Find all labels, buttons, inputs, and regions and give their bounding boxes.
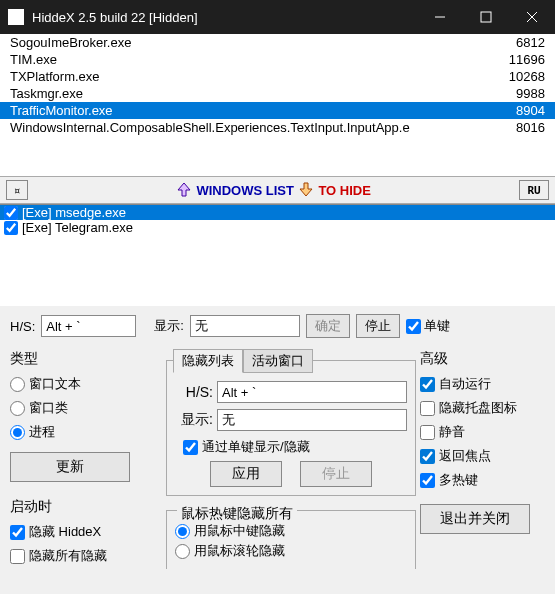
settings-panel: H/S: 显示: 确定 停止 单键 类型 窗口文本 窗口类 进程 更新 启动时 … (0, 306, 555, 569)
hide-row-checkbox[interactable] (4, 206, 18, 220)
to-hide-label: TO HIDE (318, 183, 371, 198)
autorun-checkbox[interactable]: 自动运行 (420, 374, 545, 394)
process-pid: 8904 (516, 103, 545, 118)
hide-row-label: [Exe] Telegram.exe (22, 220, 133, 235)
hide-tray-checkbox[interactable]: 隐藏托盘图标 (420, 398, 545, 418)
type-window-text[interactable]: 窗口文本 (10, 374, 162, 394)
process-row[interactable]: TIM.exe11696 (0, 51, 555, 68)
hs-input[interactable] (41, 315, 136, 337)
hide-row[interactable]: [Exe] msedge.exe (0, 205, 555, 220)
mouse-wheel-radio[interactable]: 用鼠标滚轮隐藏 (175, 541, 407, 561)
svg-rect-1 (481, 12, 491, 22)
hide-hiddex-checkbox[interactable]: 隐藏 HiddeX (10, 522, 162, 542)
process-name: TXPlatform.exe (10, 69, 100, 84)
process-name: SogouImeBroker.exe (10, 35, 131, 50)
inner-show-input[interactable] (217, 409, 407, 431)
exit-button[interactable]: 退出并关闭 (420, 504, 530, 534)
startup-title: 启动时 (10, 498, 162, 516)
hide-all-checkbox[interactable]: 隐藏所有隐藏 (10, 546, 162, 566)
show-input[interactable] (190, 315, 300, 337)
process-name: Taskmgr.exe (10, 86, 83, 101)
hs-label: H/S: (10, 319, 35, 334)
type-window-class[interactable]: 窗口类 (10, 398, 162, 418)
advanced-title: 高级 (420, 350, 545, 368)
multi-hotkey-checkbox[interactable]: 多热键 (420, 470, 545, 490)
apply-button[interactable]: 应用 (210, 461, 282, 487)
update-button[interactable]: 更新 (10, 452, 130, 482)
process-pid: 6812 (516, 35, 545, 50)
process-row[interactable]: TXPlatform.exe10268 (0, 68, 555, 85)
app-icon (8, 9, 24, 25)
type-process[interactable]: 进程 (10, 422, 162, 442)
mouse-title: 鼠标热键隐藏所有 (177, 505, 297, 523)
windows-list-label: WINDOWS LIST (196, 183, 294, 198)
list-divider-bar: ¤ WINDOWS LIST TO HIDE RU (0, 176, 555, 204)
mouse-hotkey-fieldset: 鼠标热键隐藏所有 用鼠标中键隐藏 用鼠标滚轮隐藏 (166, 510, 416, 569)
hide-list-fieldset: 隐藏列表 活动窗口 H/S: 显示: 通过单键显示/隐藏 应用 停止 (166, 360, 416, 496)
inner-hs-label: H/S: (175, 384, 213, 400)
mute-checkbox[interactable]: 静音 (420, 422, 545, 442)
process-pid: 10268 (509, 69, 545, 84)
window-title: HiddeX 2.5 build 22 [Hidden] (32, 10, 417, 25)
hide-row[interactable]: [Exe] Telegram.exe (0, 220, 555, 235)
close-button[interactable] (509, 0, 555, 34)
process-row[interactable]: SogouImeBroker.exe6812 (0, 34, 555, 51)
process-name: TrafficMonitor.exe (10, 103, 113, 118)
return-focus-checkbox[interactable]: 返回焦点 (420, 446, 545, 466)
hide-list[interactable]: [Exe] msedge.exe[Exe] Telegram.exe (0, 204, 555, 306)
mouse-middle-radio[interactable]: 用鼠标中键隐藏 (175, 521, 407, 541)
hide-row-label: [Exe] msedge.exe (22, 205, 126, 220)
process-name: WindowsInternal.ComposableShell.Experien… (10, 120, 410, 135)
collapse-button[interactable]: ¤ (6, 180, 28, 200)
inner-stop-button[interactable]: 停止 (300, 461, 372, 487)
hide-row-checkbox[interactable] (4, 221, 18, 235)
by-single-key-checkbox[interactable]: 通过单键显示/隐藏 (183, 437, 407, 457)
process-row[interactable]: Taskmgr.exe9988 (0, 85, 555, 102)
process-pid: 11696 (509, 52, 545, 67)
single-key-checkbox[interactable]: 单键 (406, 317, 450, 335)
stop-button[interactable]: 停止 (356, 314, 400, 338)
arrow-down-icon (298, 181, 314, 200)
show-label: 显示: (154, 317, 184, 335)
inner-hs-input[interactable] (217, 381, 407, 403)
process-pid: 8016 (516, 120, 545, 135)
process-row[interactable]: TrafficMonitor.exe8904 (0, 102, 555, 119)
process-name: TIM.exe (10, 52, 57, 67)
minimize-button[interactable] (417, 0, 463, 34)
language-button[interactable]: RU (519, 180, 549, 200)
tab-active-window[interactable]: 活动窗口 (243, 349, 313, 373)
arrow-up-icon (176, 181, 192, 200)
process-row[interactable]: WindowsInternal.ComposableShell.Experien… (0, 119, 555, 136)
maximize-button[interactable] (463, 0, 509, 34)
tab-hide-list[interactable]: 隐藏列表 (173, 349, 243, 373)
process-list[interactable]: SogouImeBroker.exe6812TIM.exe11696TXPlat… (0, 34, 555, 176)
inner-show-label: 显示: (175, 411, 213, 429)
process-pid: 9988 (516, 86, 545, 101)
confirm-button[interactable]: 确定 (306, 314, 350, 338)
title-bar: HiddeX 2.5 build 22 [Hidden] (0, 0, 555, 34)
type-title: 类型 (10, 350, 162, 368)
